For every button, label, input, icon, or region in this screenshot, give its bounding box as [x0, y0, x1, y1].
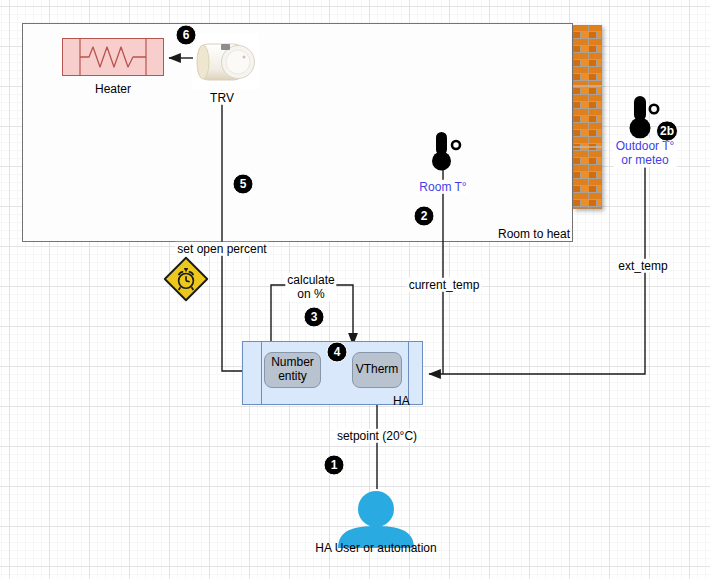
heater-label: Heater	[95, 82, 131, 96]
vtherm-node: VTherm	[352, 352, 402, 388]
room-temp-label: Room T°	[417, 180, 468, 194]
outdoor-thermometer-icon	[626, 94, 660, 140]
trv-label: TRV	[208, 91, 236, 105]
resistor-icon	[63, 39, 163, 75]
step-badge-6: 6	[176, 25, 197, 46]
setpoint-label: setpoint (20°C)	[335, 429, 419, 443]
brick-wall-icon	[573, 25, 602, 209]
step-badge-4: 4	[327, 342, 348, 363]
outdoor-temp-label: Outdoor T° or meteo	[614, 139, 677, 168]
timer-diamond-icon	[162, 255, 210, 303]
step-badge-5: 5	[233, 174, 254, 195]
trv-valve-icon	[192, 33, 259, 89]
step-badge-2: 2	[414, 206, 435, 227]
current-temp-label: current_temp	[407, 278, 482, 292]
trv-device-image	[192, 33, 259, 89]
number-entity-node: Number entity	[264, 352, 321, 388]
step-badge-1: 1	[324, 455, 345, 476]
set-open-percent-label: set open percent	[175, 242, 268, 256]
user-label: HA User or automation	[315, 541, 436, 555]
room-to-heat-label: Room to heat	[498, 227, 570, 241]
step-badge-3: 3	[304, 307, 325, 328]
room-thermometer-icon	[428, 131, 462, 173]
calculate-on-percent-label: calculate on %	[285, 273, 336, 302]
heater-shape	[62, 38, 164, 76]
diagram-canvas: Number entity VTherm HA Heater TRV Room …	[0, 0, 710, 579]
ha-left-bar	[261, 342, 262, 404]
step-badge-2b: 2b	[656, 121, 678, 142]
ext-temp-label: ext_temp	[616, 259, 669, 273]
user-icon	[330, 488, 422, 548]
ha-label: HA	[393, 394, 410, 408]
